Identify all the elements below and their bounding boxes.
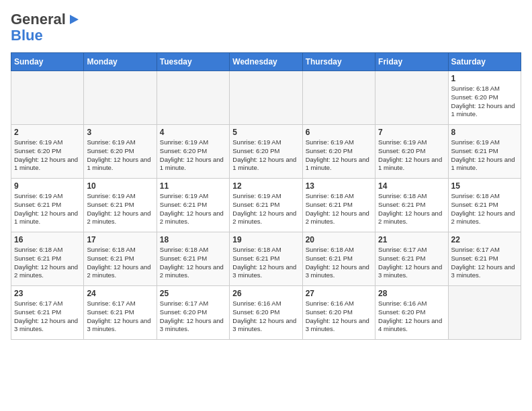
day-number: 2 bbox=[14, 128, 81, 137]
weekday-header-friday: Friday bbox=[375, 53, 448, 71]
calendar-week-3: 9Sunrise: 6:19 AM Sunset: 6:21 PM Daylig… bbox=[11, 179, 521, 232]
calendar-cell: 18Sunrise: 6:18 AM Sunset: 6:21 PM Dayli… bbox=[157, 232, 229, 286]
day-number: 7 bbox=[378, 128, 445, 137]
day-number: 13 bbox=[306, 181, 372, 191]
day-info: Sunrise: 6:18 AM Sunset: 6:21 PM Dayligh… bbox=[378, 192, 445, 226]
logo-blue: Blue bbox=[11, 27, 43, 44]
calendar-header: General Blue bbox=[11, 11, 521, 44]
day-info: Sunrise: 6:18 AM Sunset: 6:21 PM Dayligh… bbox=[306, 246, 372, 280]
day-info: Sunrise: 6:17 AM Sunset: 6:20 PM Dayligh… bbox=[160, 300, 226, 334]
calendar-cell: 24Sunrise: 6:17 AM Sunset: 6:21 PM Dayli… bbox=[84, 286, 157, 340]
day-info: Sunrise: 6:16 AM Sunset: 6:20 PM Dayligh… bbox=[306, 300, 372, 334]
calendar-cell bbox=[230, 71, 302, 125]
day-number: 3 bbox=[87, 128, 153, 137]
calendar-cell: 13Sunrise: 6:18 AM Sunset: 6:21 PM Dayli… bbox=[302, 179, 375, 232]
day-number: 14 bbox=[378, 181, 445, 191]
day-info: Sunrise: 6:18 AM Sunset: 6:21 PM Dayligh… bbox=[87, 246, 153, 280]
day-number: 11 bbox=[160, 181, 226, 191]
day-info: Sunrise: 6:17 AM Sunset: 6:21 PM Dayligh… bbox=[378, 246, 445, 280]
logo: General Blue bbox=[11, 11, 79, 44]
day-info: Sunrise: 6:19 AM Sunset: 6:20 PM Dayligh… bbox=[87, 138, 153, 173]
day-info: Sunrise: 6:19 AM Sunset: 6:20 PM Dayligh… bbox=[232, 138, 299, 173]
day-number: 12 bbox=[232, 181, 299, 191]
calendar-cell bbox=[84, 71, 157, 125]
day-number: 8 bbox=[451, 128, 518, 137]
day-number: 16 bbox=[14, 235, 81, 244]
weekday-header-monday: Monday bbox=[84, 53, 157, 71]
calendar-cell: 14Sunrise: 6:18 AM Sunset: 6:21 PM Dayli… bbox=[375, 179, 448, 232]
day-info: Sunrise: 6:19 AM Sunset: 6:20 PM Dayligh… bbox=[160, 138, 226, 173]
day-info: Sunrise: 6:18 AM Sunset: 6:21 PM Dayligh… bbox=[232, 246, 299, 280]
day-info: Sunrise: 6:18 AM Sunset: 6:21 PM Dayligh… bbox=[306, 192, 372, 226]
day-info: Sunrise: 6:19 AM Sunset: 6:20 PM Dayligh… bbox=[306, 138, 372, 173]
day-number: 9 bbox=[14, 181, 81, 191]
calendar-cell: 8Sunrise: 6:19 AM Sunset: 6:21 PM Daylig… bbox=[448, 125, 521, 179]
day-number: 22 bbox=[451, 235, 518, 244]
day-info: Sunrise: 6:19 AM Sunset: 6:20 PM Dayligh… bbox=[378, 138, 445, 173]
calendar-cell: 28Sunrise: 6:16 AM Sunset: 6:20 PM Dayli… bbox=[375, 286, 448, 340]
calendar-cell: 16Sunrise: 6:18 AM Sunset: 6:21 PM Dayli… bbox=[11, 232, 84, 286]
calendar-cell: 7Sunrise: 6:19 AM Sunset: 6:20 PM Daylig… bbox=[375, 125, 448, 179]
calendar-cell: 9Sunrise: 6:19 AM Sunset: 6:21 PM Daylig… bbox=[11, 179, 84, 232]
calendar-cell bbox=[448, 286, 521, 340]
calendar-cell: 17Sunrise: 6:18 AM Sunset: 6:21 PM Dayli… bbox=[84, 232, 157, 286]
day-number: 5 bbox=[232, 128, 299, 137]
day-number: 19 bbox=[232, 235, 299, 244]
calendar-cell: 3Sunrise: 6:19 AM Sunset: 6:20 PM Daylig… bbox=[84, 125, 157, 179]
day-number: 20 bbox=[306, 235, 372, 244]
logo-general: General bbox=[11, 11, 66, 28]
calendar-week-4: 16Sunrise: 6:18 AM Sunset: 6:21 PM Dayli… bbox=[11, 232, 521, 286]
day-info: Sunrise: 6:16 AM Sunset: 6:20 PM Dayligh… bbox=[378, 300, 445, 334]
calendar-week-5: 23Sunrise: 6:17 AM Sunset: 6:21 PM Dayli… bbox=[11, 286, 521, 340]
calendar-cell: 6Sunrise: 6:19 AM Sunset: 6:20 PM Daylig… bbox=[302, 125, 375, 179]
calendar-cell: 26Sunrise: 6:16 AM Sunset: 6:20 PM Dayli… bbox=[230, 286, 302, 340]
logo-arrow-icon bbox=[70, 15, 79, 24]
calendar-cell: 10Sunrise: 6:19 AM Sunset: 6:21 PM Dayli… bbox=[84, 179, 157, 232]
day-number: 4 bbox=[160, 128, 226, 137]
day-info: Sunrise: 6:16 AM Sunset: 6:20 PM Dayligh… bbox=[232, 300, 299, 334]
weekday-header-wednesday: Wednesday bbox=[230, 53, 302, 71]
weekday-header-tuesday: Tuesday bbox=[157, 53, 229, 71]
day-info: Sunrise: 6:18 AM Sunset: 6:21 PM Dayligh… bbox=[451, 192, 518, 226]
calendar-cell: 22Sunrise: 6:17 AM Sunset: 6:21 PM Dayli… bbox=[448, 232, 521, 286]
day-number: 17 bbox=[87, 235, 153, 244]
calendar-header-row: SundayMondayTuesdayWednesdayThursdayFrid… bbox=[11, 53, 521, 71]
calendar-cell: 5Sunrise: 6:19 AM Sunset: 6:20 PM Daylig… bbox=[230, 125, 302, 179]
calendar-cell bbox=[375, 71, 448, 125]
calendar-week-1: 1Sunrise: 6:18 AM Sunset: 6:20 PM Daylig… bbox=[11, 71, 521, 125]
day-number: 23 bbox=[14, 289, 81, 298]
calendar-cell bbox=[157, 71, 229, 125]
weekday-header-thursday: Thursday bbox=[302, 53, 375, 71]
day-info: Sunrise: 6:18 AM Sunset: 6:21 PM Dayligh… bbox=[14, 246, 81, 280]
day-number: 18 bbox=[160, 235, 226, 244]
day-info: Sunrise: 6:18 AM Sunset: 6:21 PM Dayligh… bbox=[160, 246, 226, 280]
day-number: 26 bbox=[232, 289, 299, 298]
weekday-header-saturday: Saturday bbox=[448, 53, 521, 71]
day-info: Sunrise: 6:19 AM Sunset: 6:21 PM Dayligh… bbox=[160, 192, 226, 226]
day-number: 21 bbox=[378, 235, 445, 244]
calendar-week-2: 2Sunrise: 6:19 AM Sunset: 6:20 PM Daylig… bbox=[11, 125, 521, 179]
day-info: Sunrise: 6:17 AM Sunset: 6:21 PM Dayligh… bbox=[14, 300, 81, 334]
day-info: Sunrise: 6:19 AM Sunset: 6:21 PM Dayligh… bbox=[14, 192, 81, 226]
day-info: Sunrise: 6:17 AM Sunset: 6:21 PM Dayligh… bbox=[451, 246, 518, 280]
calendar-cell: 25Sunrise: 6:17 AM Sunset: 6:20 PM Dayli… bbox=[157, 286, 229, 340]
calendar-cell: 12Sunrise: 6:19 AM Sunset: 6:21 PM Dayli… bbox=[230, 179, 302, 232]
day-info: Sunrise: 6:19 AM Sunset: 6:20 PM Dayligh… bbox=[14, 138, 81, 173]
calendar-cell: 21Sunrise: 6:17 AM Sunset: 6:21 PM Dayli… bbox=[375, 232, 448, 286]
calendar-cell: 4Sunrise: 6:19 AM Sunset: 6:20 PM Daylig… bbox=[157, 125, 229, 179]
day-number: 1 bbox=[451, 74, 518, 83]
calendar-cell: 1Sunrise: 6:18 AM Sunset: 6:20 PM Daylig… bbox=[448, 71, 521, 125]
day-info: Sunrise: 6:18 AM Sunset: 6:20 PM Dayligh… bbox=[451, 85, 518, 119]
day-number: 24 bbox=[87, 289, 153, 298]
calendar-cell bbox=[11, 71, 84, 125]
calendar-cell: 19Sunrise: 6:18 AM Sunset: 6:21 PM Dayli… bbox=[230, 232, 302, 286]
calendar-cell: 2Sunrise: 6:19 AM Sunset: 6:20 PM Daylig… bbox=[11, 125, 84, 179]
calendar-cell: 11Sunrise: 6:19 AM Sunset: 6:21 PM Dayli… bbox=[157, 179, 229, 232]
day-info: Sunrise: 6:17 AM Sunset: 6:21 PM Dayligh… bbox=[87, 300, 153, 334]
day-number: 10 bbox=[87, 181, 153, 191]
day-info: Sunrise: 6:19 AM Sunset: 6:21 PM Dayligh… bbox=[232, 192, 299, 226]
calendar-cell: 27Sunrise: 6:16 AM Sunset: 6:20 PM Dayli… bbox=[302, 286, 375, 340]
weekday-header-sunday: Sunday bbox=[11, 53, 84, 71]
calendar-cell bbox=[302, 71, 375, 125]
day-number: 28 bbox=[378, 289, 445, 298]
